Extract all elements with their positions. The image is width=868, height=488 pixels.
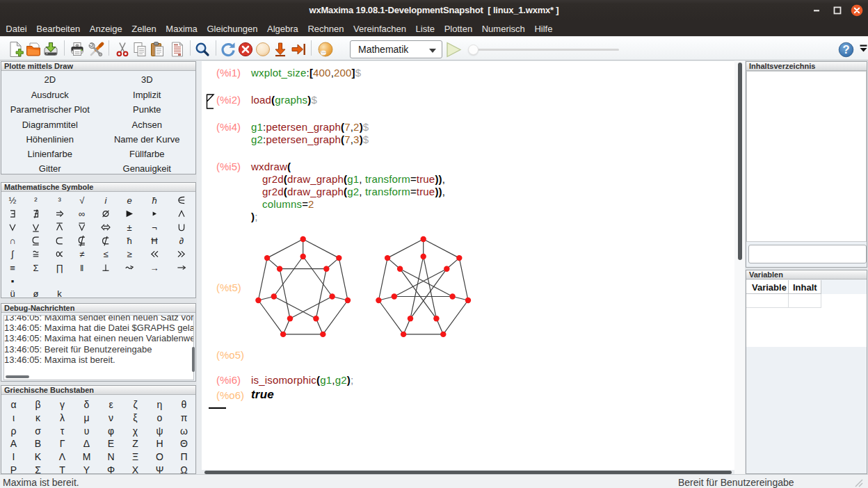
svg-text:≥: ≥ [127, 249, 131, 259]
svg-text:¬: ¬ [152, 222, 157, 233]
svg-text:³: ³ [58, 195, 61, 206]
svg-text:k: k [57, 288, 62, 299]
svg-text:±: ± [127, 222, 131, 233]
svg-text:Ħ: Ħ [151, 236, 158, 246]
svg-text:∫: ∫ [10, 249, 15, 259]
svg-text:e: e [127, 195, 131, 206]
svg-text:→: → [150, 263, 159, 273]
svg-text:▪: ▪ [11, 276, 15, 286]
svg-text:≤: ≤ [103, 249, 108, 259]
svg-text:∞: ∞ [79, 209, 85, 219]
svg-text:?: ? [842, 43, 849, 56]
svg-text:ħ: ħ [127, 236, 131, 246]
svg-text:½: ½ [9, 195, 17, 206]
svg-text:≡: ≡ [10, 263, 15, 273]
svg-text:∂: ∂ [179, 236, 184, 246]
svg-text:≠: ≠ [79, 249, 84, 259]
svg-text:√: √ [79, 195, 85, 206]
svg-text:ü: ü [10, 288, 15, 299]
svg-text:Σ: Σ [33, 263, 38, 273]
svg-text:²: ² [34, 195, 38, 206]
svg-text:∩: ∩ [9, 236, 15, 246]
svg-text:‖: ‖ [80, 263, 83, 273]
svg-text:ħ: ħ [152, 195, 156, 206]
svg-text:∏: ∏ [56, 263, 63, 273]
svg-text:i: i [105, 195, 108, 206]
svg-text:ø: ø [33, 288, 39, 299]
